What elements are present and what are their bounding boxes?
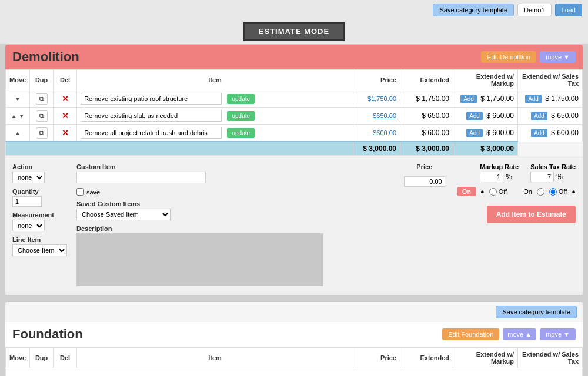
edit-foundation-button[interactable]: Edit Foundation [442,328,499,340]
row3-item-input[interactable] [81,127,222,139]
foundation-table: Move Dup Del Item Price Extended Extende… [5,347,583,376]
col-header-item: Item [77,70,353,90]
del-row3-button[interactable]: ✕ [62,128,69,137]
rate-row: Markup Rate % Sales Tax Rate % [480,163,576,182]
save-category-button[interactable]: Save category template [433,4,514,16]
move-foundation-down-button[interactable]: move ▼ [540,328,576,340]
markup-off-label: Off [489,188,507,196]
col-header-dup: Dup [30,70,54,90]
foundation-header-buttons: Edit Foundation move ▲ move ▼ [442,328,576,340]
table-row: ▼ ⧉ ✕ update $1,750.00 $ 1,750.00 Add [6,90,583,108]
row1-ext-tax-value: $ 1,750.00 [545,95,579,103]
f-col-header-move: Move [6,348,30,368]
row1-ext-markup: Add $ 1,750.00 [453,90,518,108]
row3-add-tax-button[interactable]: Add [531,129,547,137]
table-row: ▲ ▼ ⧉ ✕ update $650.00 $ 650.00 [6,108,583,125]
row3-move: ▲ [6,125,30,142]
markup-rate-input[interactable] [480,172,503,182]
demolition-header: Demolition Edit Demolition move ▼ [5,45,583,69]
row3-ext-markup: Add $ 600.00 [453,125,518,142]
custom-item-input[interactable] [76,172,206,183]
row2-price-link[interactable]: $650.00 [373,112,396,119]
col-header-del: Del [54,70,77,90]
line-item-label: Line Item [12,236,67,243]
row3-ext-markup-value: $ 600.00 [486,129,514,137]
row3-update-button[interactable]: update [227,128,255,138]
col-header-move: Move [6,70,30,90]
action-field: Action none [12,163,67,183]
del-row1-button[interactable]: ✕ [62,94,69,103]
row3-dup: ⧉ [30,125,54,142]
edit-demolition-button[interactable]: Edit Demolition [481,51,536,63]
line-item-field: Line Item Choose Item [12,236,67,256]
row2-add-markup-button[interactable]: Add [466,112,483,120]
del-row2-button[interactable]: ✕ [62,111,69,120]
quantity-label: Quantity [12,188,67,195]
row2-item-input[interactable] [81,110,222,122]
markup-on-button[interactable]: On [457,187,476,196]
dup-row2-button[interactable]: ⧉ [36,110,48,122]
row1-ext-tax: Add $ 1,750.00 [518,90,583,108]
saved-custom-label: Saved Custom Items [76,200,392,207]
sales-tax-rate-input[interactable] [530,172,554,182]
row1-update-button[interactable]: update [227,94,255,104]
save-category-button-2[interactable]: Save category template [496,306,577,318]
saved-custom-field: Saved Custom Items Choose Saved Item [76,200,392,220]
row1-ext-markup-value: $ 1,750.00 [480,95,514,103]
col-header-ext-markup: Extended w/ Markup [453,70,518,90]
custom-item-field: Custom Item [76,163,392,183]
dup-row1-button[interactable]: ⧉ [36,93,48,105]
row2-update-button[interactable]: update [227,111,255,121]
row1-del: ✕ [54,90,77,108]
estimate-mode-button[interactable]: ESTIMATE MODE [243,22,345,41]
demo-selector-button[interactable]: Demo1 [517,4,551,16]
row1-add-markup-button[interactable]: Add [460,95,477,103]
tax-on-radio[interactable] [537,188,544,196]
tax-on-label-text: On [523,188,532,195]
sales-tax-rate-input-row: % [530,172,576,182]
estimate-mode-bar: ESTIMATE MODE [0,20,588,44]
move-demolition-button[interactable]: move ▼ [540,51,576,63]
description-field: Description [76,225,392,288]
price-input[interactable] [404,176,445,187]
row2-dup: ⧉ [30,108,54,125]
markup-rate-label: Markup Rate [480,163,519,170]
move-foundation-up-button[interactable]: move ▲ [503,328,536,340]
load-button[interactable]: Load [555,4,582,16]
move-up-row2[interactable]: ▲ [11,113,16,119]
move-down-row1[interactable]: ▼ [15,96,21,102]
row3-price: $600.00 [353,125,400,142]
add-item-button[interactable]: Add Item to Estimate [487,206,576,223]
row1-item-input[interactable] [81,93,222,105]
save-row: save [76,188,392,196]
sales-tax-rate-label: Sales Tax Rate [530,163,576,170]
form-left-col: Action none Quantity Measurement none [12,163,67,256]
row1-add-tax-button[interactable]: Add [525,95,542,103]
totals-row: $ 3,000.00 $ 3,000.00 $ 3,000.00 [6,142,583,156]
tax-off-radio-icon: ● [572,188,576,195]
description-textarea[interactable] [76,233,323,286]
row2-add-tax-button[interactable]: Add [531,112,547,120]
row1-price-link[interactable]: $1,750.00 [368,95,396,102]
sales-tax-rate-field: Sales Tax Rate % [530,163,576,182]
action-select[interactable]: none [12,172,45,183]
f-col-header-dup: Dup [30,348,54,368]
row3-add-markup-button[interactable]: Add [466,129,483,137]
f-col-header-price: Price [353,348,400,368]
dup-row3-button[interactable]: ⧉ [36,127,48,139]
tax-off-radio[interactable] [549,188,557,196]
markup-off-radio[interactable] [489,188,497,196]
move-up-row3[interactable]: ▲ [15,130,21,136]
line-item-select[interactable]: Choose Item [12,244,67,256]
save-checkbox[interactable] [76,188,84,196]
col-header-extended: Extended [400,70,453,90]
row3-del: ✕ [54,125,77,142]
row1-move: ▼ [6,90,30,108]
row2-move: ▲ ▼ [6,108,30,125]
quantity-input[interactable] [12,196,42,207]
measurement-select[interactable]: none [12,220,45,231]
row3-price-link[interactable]: $600.00 [373,129,396,136]
move-down-row2[interactable]: ▼ [19,113,25,119]
markup-on-radio-icon: ● [480,188,485,195]
saved-custom-select[interactable]: Choose Saved Item [76,209,171,220]
